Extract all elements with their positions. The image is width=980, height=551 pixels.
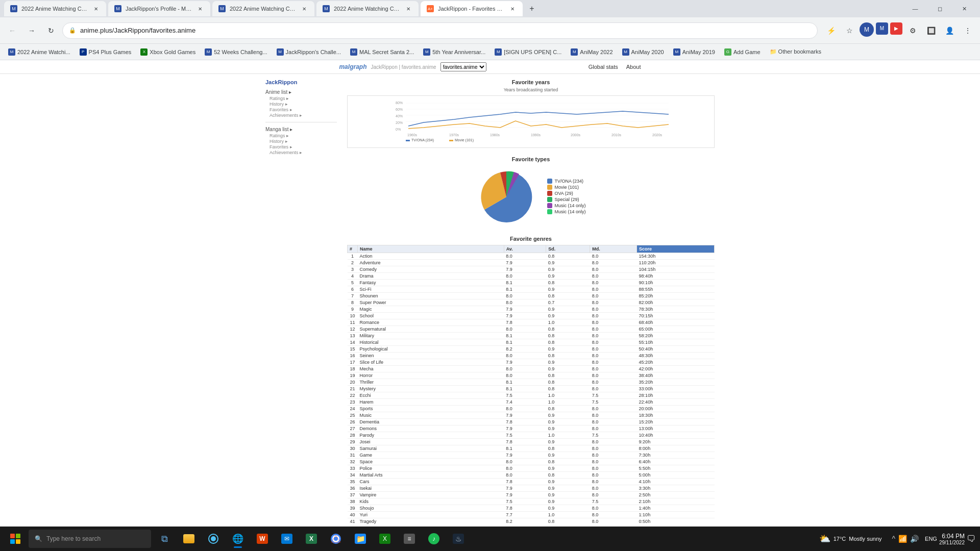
tab-1-favicon: M xyxy=(10,5,17,12)
favorite-genres-section: Favorite genres # Name Av. Sd. Md. Score xyxy=(347,236,715,524)
bookmark-9-favicon: M xyxy=(571,48,578,56)
tab-5-active[interactable]: A+ JackRippon - Favorites (anime) - ✕ xyxy=(421,1,523,16)
genres-header-row: # Name Av. Sd. Md. Score xyxy=(348,245,715,253)
sidebar-history2: History ▸ xyxy=(265,139,337,144)
sidebar-favorites-link[interactable]: Favorites ▸ xyxy=(265,107,337,112)
other-bookmarks[interactable]: 📁 Other bookmarks xyxy=(766,46,825,58)
main-layout: JackRippon Anime list ▸ Ratings ▸ Histor… xyxy=(260,74,720,524)
taskbar-search[interactable]: 🔍 Type here to search xyxy=(29,530,151,548)
table-row: 33Police8.00.98.05:50h xyxy=(348,465,715,472)
url-bar[interactable]: 🔒 anime.plus/JackRippon/favorites.anime xyxy=(62,22,818,39)
taskbar-calculator[interactable]: ≡ xyxy=(398,528,421,550)
profile-icon[interactable]: M xyxy=(860,22,874,37)
tab-2-favicon: M xyxy=(114,5,121,12)
minimize-button[interactable]: — xyxy=(903,1,927,17)
tab-2-close[interactable]: ✕ xyxy=(196,5,204,13)
page-scroll[interactable]: malgraph JackRippon | favorites.anime fa… xyxy=(0,60,980,524)
tab-5-close[interactable]: ✕ xyxy=(508,5,517,13)
user-icon[interactable]: 👤 xyxy=(941,22,958,39)
tab-1-close[interactable]: ✕ xyxy=(92,5,100,13)
nav-about[interactable]: About xyxy=(626,64,641,70)
bookmark-9[interactable]: M AniMay 2022 xyxy=(567,46,617,58)
bookmark-7-label: 5th Year Anniversar... xyxy=(432,49,485,55)
tab-2[interactable]: M JackRippon's Profile - MyAnime... ✕ xyxy=(108,1,210,16)
back-button[interactable]: ← xyxy=(4,22,20,39)
ext3-icon[interactable]: ⚙ xyxy=(904,22,921,39)
start-button[interactable] xyxy=(4,528,27,550)
bookmark-5-label: JackRippon's Challe... xyxy=(286,49,341,55)
restore-button[interactable]: ◻ xyxy=(928,1,951,17)
legend-ova: OVA (29) xyxy=(547,191,585,196)
taskbar-outlook[interactable]: ✉ xyxy=(276,528,298,550)
language-indicator[interactable]: ENG xyxy=(925,536,937,542)
weather-widget[interactable]: ⛅ 17°C Mostly sunny xyxy=(815,531,886,546)
bookmark-5-favicon: M xyxy=(277,48,284,56)
menu-icon[interactable]: ⋮ xyxy=(960,22,976,39)
bookmark-3[interactable]: X Xbox Gold Games xyxy=(136,46,200,58)
table-row: 34Martial Arts8.00.88.05:00h xyxy=(348,472,715,479)
bookmark-3-favicon: X xyxy=(140,48,148,56)
sidebar-animelist-link[interactable]: Anime list ▸ xyxy=(265,89,337,95)
table-row: 5Fantasy8.10.88.090:10h xyxy=(348,280,715,286)
taskbar-office[interactable]: W xyxy=(251,528,274,550)
taskbar-clock[interactable]: 6:04 PM 29/11/2022 xyxy=(939,533,965,545)
tab-1[interactable]: M 2022 Anime Watching Challeng... ✕ xyxy=(4,1,106,16)
bookmark-8[interactable]: M [SIGN UPS OPEN] C... xyxy=(491,46,566,58)
weather-temp: 17°C xyxy=(834,536,846,542)
notification-button[interactable]: 🗨 xyxy=(967,534,976,544)
close-button[interactable]: ✕ xyxy=(952,1,976,17)
bookmark-11[interactable]: M AniMay 2019 xyxy=(669,46,719,58)
taskbar-steam[interactable]: ♨ xyxy=(447,528,470,550)
table-row: 24Sports8.00.88.020:00h xyxy=(348,406,715,412)
bookmark-6[interactable]: M MAL Secret Santa 2... xyxy=(346,46,418,58)
reload-button[interactable]: ↻ xyxy=(43,22,59,39)
bookmark-5[interactable]: M JackRippon's Challe... xyxy=(273,46,346,58)
taskbar-app2[interactable]: X xyxy=(374,528,396,550)
bookmark-star-icon[interactable]: ☆ xyxy=(841,22,857,39)
forward-button[interactable]: → xyxy=(23,22,40,39)
types-chart-area: TV/ONA (234) Movie (101) OVA (29) xyxy=(347,166,715,228)
ext2-icon[interactable]: ▶ xyxy=(890,22,902,35)
legend-music-label: Music (14 only) xyxy=(554,203,585,208)
bookmark-10[interactable]: M AniMay 2020 xyxy=(618,46,668,58)
new-tab-button[interactable]: + xyxy=(525,2,539,16)
toolbar-icons: ⚡ ☆ M M ▶ ⚙ 🔲 👤 ⋮ xyxy=(823,22,976,39)
favorites-select[interactable]: favorites.anime xyxy=(440,62,486,71)
taskbar-excel[interactable]: X xyxy=(300,528,323,550)
tab-3-close[interactable]: ✕ xyxy=(300,5,308,13)
svg-text:2020s: 2020s xyxy=(652,133,663,137)
taskbar-app1[interactable]: 📁 xyxy=(349,528,372,550)
nav-global-stats[interactable]: Global stats xyxy=(589,64,618,70)
taskbar-edge[interactable]: 🌐 xyxy=(227,528,249,550)
tray-expand-icon[interactable]: ^ xyxy=(892,535,896,543)
clock-date: 29/11/2022 xyxy=(939,540,965,545)
sidebar-mangalist[interactable]: Manga list ▸ xyxy=(265,127,337,132)
tray-network-icon[interactable]: 📶 xyxy=(898,535,907,543)
bookmark-7[interactable]: M 5th Year Anniversar... xyxy=(419,46,489,58)
tab-1-title: 2022 Anime Watching Challeng... xyxy=(21,6,88,12)
tab-4-close[interactable]: ✕ xyxy=(404,5,412,13)
taskbar-file-explorer[interactable] xyxy=(178,528,200,550)
taskbar-task-view[interactable]: ⧉ xyxy=(153,528,176,550)
ext4-icon[interactable]: 🔲 xyxy=(923,22,939,39)
mal-ext-icon[interactable]: M xyxy=(876,22,888,35)
weather-desc: Mostly sunny xyxy=(849,536,881,542)
bookmark-2[interactable]: P PS4 Plus Games xyxy=(76,46,136,58)
favorite-types-title: Favorite types xyxy=(347,156,715,162)
table-row: 21Mystery8.10.88.033:00h xyxy=(348,386,715,392)
app2-icon: X xyxy=(379,534,390,544)
bookmark-12[interactable]: G Add Game xyxy=(720,46,765,58)
taskbar-spotify[interactable]: ♪ xyxy=(423,528,445,550)
table-row: 8Super Power8.00.78.082:00h xyxy=(348,299,715,306)
table-row: 13Military8.10.88.058:20h xyxy=(348,333,715,339)
legend-tvona-label: TV/ONA (234) xyxy=(554,179,583,184)
tab-3[interactable]: M 2022 Anime Watching Challeng... ✕ xyxy=(212,1,314,16)
tab-4[interactable]: M 2022 Anime Watching Challeng... ✕ xyxy=(316,1,419,16)
taskbar-cortana[interactable] xyxy=(202,528,225,550)
bookmark-4[interactable]: M 52 Weeks Challeng... xyxy=(201,46,271,58)
taskbar-chrome[interactable] xyxy=(325,528,347,550)
extensions-icon[interactable]: ⚡ xyxy=(823,22,839,39)
bookmark-1[interactable]: M 2022 Anime Watchi... xyxy=(4,46,75,58)
sidebar-achievements: Achievements ▸ xyxy=(265,113,337,118)
tray-volume-icon[interactable]: 🔊 xyxy=(910,535,919,543)
